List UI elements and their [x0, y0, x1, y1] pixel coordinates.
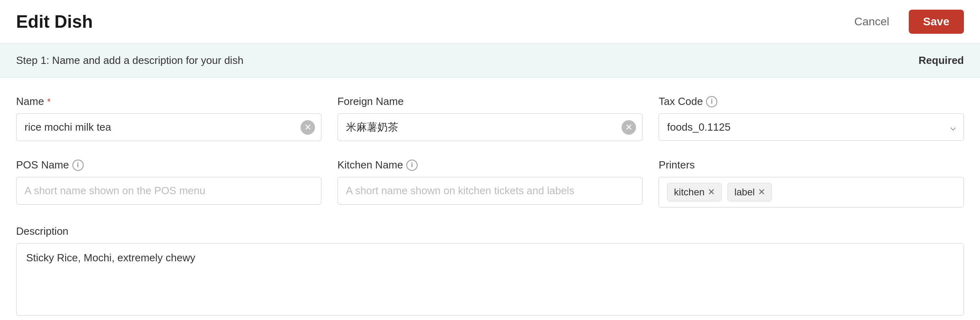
pos-name-label: POS Name i [16, 159, 321, 171]
label-tag-remove[interactable]: ✕ [758, 188, 765, 197]
printer-tag-label: label ✕ [727, 183, 772, 201]
kitchen-name-info-icon[interactable]: i [406, 160, 418, 171]
name-input-wrapper: ✕ [16, 113, 321, 141]
description-section: Description [16, 225, 964, 318]
foreign-name-label: Foreign Name [338, 95, 643, 108]
step-banner: Step 1: Name and add a description for y… [0, 44, 980, 78]
page-wrapper: Edit Dish Cancel Save Step 1: Name and a… [0, 0, 980, 320]
pos-name-input-wrapper [16, 177, 321, 205]
header: Edit Dish Cancel Save [0, 0, 980, 44]
form-row-2: POS Name i Kitchen Name i Printer [16, 159, 964, 207]
name-clear-button[interactable]: ✕ [301, 120, 315, 135]
name-label: Name * [16, 95, 321, 108]
foreign-name-input[interactable] [338, 113, 643, 141]
save-button[interactable]: Save [909, 10, 964, 34]
tax-code-group: Tax Code i foods_0.1125 ⌵ [659, 95, 964, 141]
description-label: Description [16, 225, 964, 238]
form-row-1: Name * ✕ Foreign Name ✕ Tax Code [16, 95, 964, 141]
tax-code-info-icon[interactable]: i [706, 96, 717, 107]
form-area: Name * ✕ Foreign Name ✕ Tax Code [0, 78, 980, 320]
kitchen-tag-remove[interactable]: ✕ [708, 188, 715, 197]
foreign-name-group: Foreign Name ✕ [338, 95, 643, 141]
required-star: * [47, 96, 51, 107]
pos-name-group: POS Name i [16, 159, 321, 207]
foreign-name-clear-button[interactable]: ✕ [622, 120, 636, 135]
kitchen-name-label: Kitchen Name i [338, 159, 643, 171]
header-actions: Cancel Save [843, 10, 964, 34]
kitchen-name-group: Kitchen Name i [338, 159, 643, 207]
kitchen-name-input-wrapper [338, 177, 643, 205]
pos-name-info-icon[interactable]: i [72, 160, 84, 171]
printers-label: Printers [659, 159, 964, 171]
foreign-name-input-wrapper: ✕ [338, 113, 643, 141]
description-textarea[interactable] [16, 243, 964, 316]
printers-input[interactable]: kitchen ✕ label ✕ [659, 177, 964, 207]
printers-group: Printers kitchen ✕ label ✕ [659, 159, 964, 207]
printer-tag-kitchen: kitchen ✕ [667, 183, 722, 201]
required-label: Required [918, 54, 964, 67]
tax-code-label: Tax Code i [659, 95, 964, 108]
page-title: Edit Dish [16, 12, 93, 32]
cancel-button[interactable]: Cancel [843, 10, 900, 34]
pos-name-input[interactable] [16, 177, 321, 205]
step-text: Step 1: Name and add a description for y… [16, 54, 243, 67]
tax-code-select-wrapper: foods_0.1125 ⌵ [659, 113, 964, 141]
name-group: Name * ✕ [16, 95, 321, 141]
tax-code-select[interactable]: foods_0.1125 [659, 113, 964, 141]
name-input[interactable] [16, 113, 321, 141]
kitchen-name-input[interactable] [338, 177, 643, 205]
